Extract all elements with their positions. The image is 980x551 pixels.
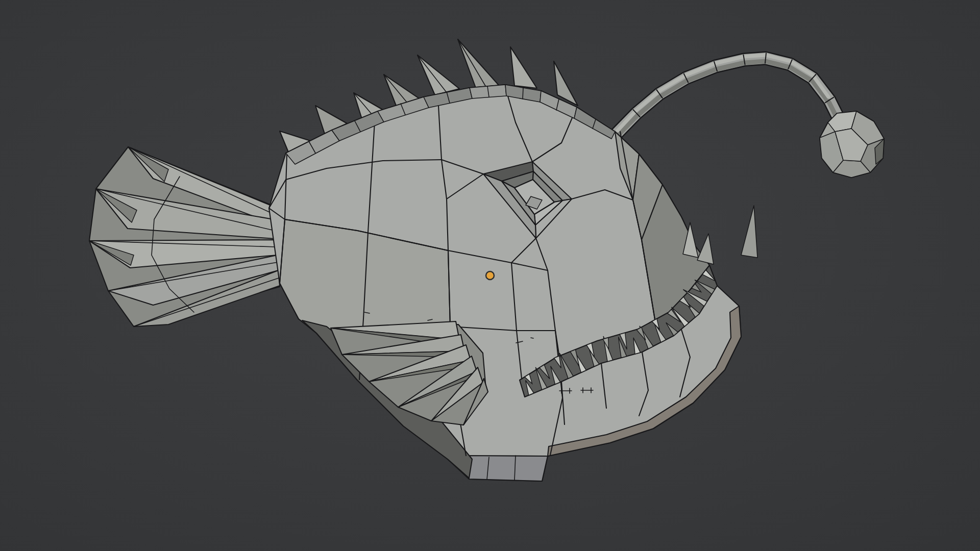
underside-band [466, 456, 548, 481]
origin-indicator[interactable] [486, 271, 494, 280]
viewport-canvas[interactable] [0, 0, 980, 551]
viewport[interactable] [0, 0, 980, 551]
